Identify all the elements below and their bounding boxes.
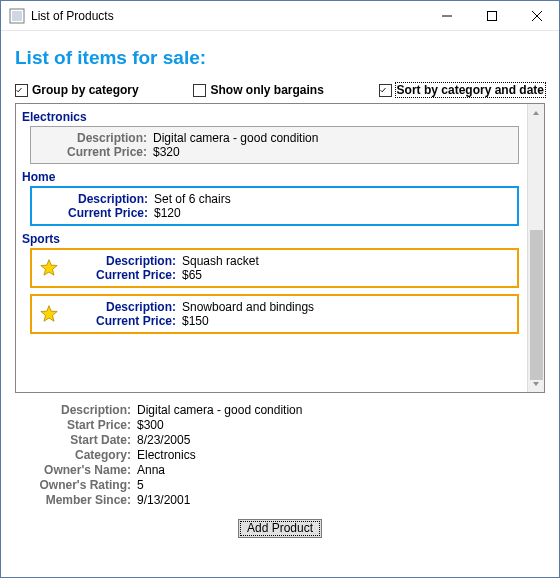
checkbox-label: Sort by category and date — [396, 83, 545, 97]
detail-label: Category: — [21, 448, 131, 462]
titlebar: List of Products — [1, 1, 559, 31]
maximize-button[interactable] — [469, 1, 514, 30]
svg-rect-1 — [12, 11, 22, 21]
detail-label: Member Since: — [21, 493, 131, 507]
detail-label: Owner's Rating: — [21, 478, 131, 492]
label-description: Description: — [38, 192, 148, 206]
app-icon — [9, 8, 25, 24]
minimize-button[interactable] — [424, 1, 469, 30]
products-listbox[interactable]: ElectronicsDescription:Digital camera - … — [15, 103, 545, 393]
label-description: Description: — [66, 300, 176, 314]
scroll-up-button[interactable] — [528, 104, 544, 121]
add-product-button[interactable]: Add Product — [238, 519, 322, 538]
label-description: Description: — [37, 131, 147, 145]
close-button[interactable] — [514, 1, 559, 30]
product-kv: Description:Squash racketCurrent Price:$… — [66, 254, 259, 282]
product-card[interactable]: Description:Set of 6 chairsCurrent Price… — [30, 186, 519, 226]
group-header: Sports — [22, 232, 525, 246]
value-description: Digital camera - good condition — [153, 131, 318, 145]
vertical-scrollbar[interactable] — [527, 104, 544, 392]
checkbox-label: Group by category — [32, 83, 139, 97]
product-card[interactable]: Description:Snowboard and bindingsCurren… — [30, 294, 519, 334]
label-current-price: Current Price: — [66, 268, 176, 282]
details-panel: Description:Digital camera - good condit… — [21, 403, 545, 507]
product-kv: Description:Snowboard and bindingsCurren… — [66, 300, 314, 328]
label-current-price: Current Price: — [38, 206, 148, 220]
group-header: Home — [22, 170, 525, 184]
checkbox-box — [193, 84, 206, 97]
detail-label: Start Price: — [21, 418, 131, 432]
options-row: Group by category Show only bargains Sor… — [15, 83, 545, 97]
footer: Add Product — [15, 515, 545, 540]
detail-value: 9/13/2001 — [137, 493, 545, 507]
detail-value: 8/23/2005 — [137, 433, 545, 447]
page-heading: List of items for sale: — [15, 47, 545, 69]
detail-value: Anna — [137, 463, 545, 477]
product-kv: Description:Set of 6 chairsCurrent Price… — [38, 192, 231, 220]
label-current-price: Current Price: — [66, 314, 176, 328]
value-current-price: $65 — [182, 268, 259, 282]
label-description: Description: — [66, 254, 176, 268]
detail-value: Electronics — [137, 448, 545, 462]
value-description: Squash racket — [182, 254, 259, 268]
value-current-price: $120 — [154, 206, 231, 220]
label-current-price: Current Price: — [37, 145, 147, 159]
detail-label: Owner's Name: — [21, 463, 131, 477]
show-only-bargains-checkbox[interactable]: Show only bargains — [193, 83, 323, 97]
value-description: Set of 6 chairs — [154, 192, 231, 206]
star-icon — [38, 303, 60, 325]
detail-value: $300 — [137, 418, 545, 432]
product-card[interactable]: Description:Digital camera - good condit… — [30, 126, 519, 164]
detail-value: Digital camera - good condition — [137, 403, 545, 417]
group-by-category-checkbox[interactable]: Group by category — [15, 83, 139, 97]
list-content: ElectronicsDescription:Digital camera - … — [16, 104, 527, 392]
star-icon — [38, 257, 60, 279]
detail-label: Description: — [21, 403, 131, 417]
scroll-thumb[interactable] — [530, 230, 543, 380]
checkbox-label: Show only bargains — [210, 83, 323, 97]
product-kv: Description:Digital camera - good condit… — [37, 131, 318, 159]
scroll-down-button[interactable] — [528, 375, 544, 392]
details-kv: Description:Digital camera - good condit… — [21, 403, 545, 507]
value-description: Snowboard and bindings — [182, 300, 314, 314]
sort-by-category-and-date-checkbox[interactable]: Sort by category and date — [379, 83, 545, 97]
detail-label: Start Date: — [21, 433, 131, 447]
content-area: List of items for sale: Group by categor… — [1, 31, 559, 577]
checkbox-box — [379, 84, 392, 97]
group-header: Electronics — [22, 110, 525, 124]
app-window: List of Products List of items for sale:… — [0, 0, 560, 578]
detail-value: 5 — [137, 478, 545, 492]
product-card[interactable]: Description:Squash racketCurrent Price:$… — [30, 248, 519, 288]
svg-rect-2 — [487, 11, 496, 20]
window-title: List of Products — [31, 9, 114, 23]
checkbox-box — [15, 84, 28, 97]
value-current-price: $320 — [153, 145, 318, 159]
value-current-price: $150 — [182, 314, 314, 328]
